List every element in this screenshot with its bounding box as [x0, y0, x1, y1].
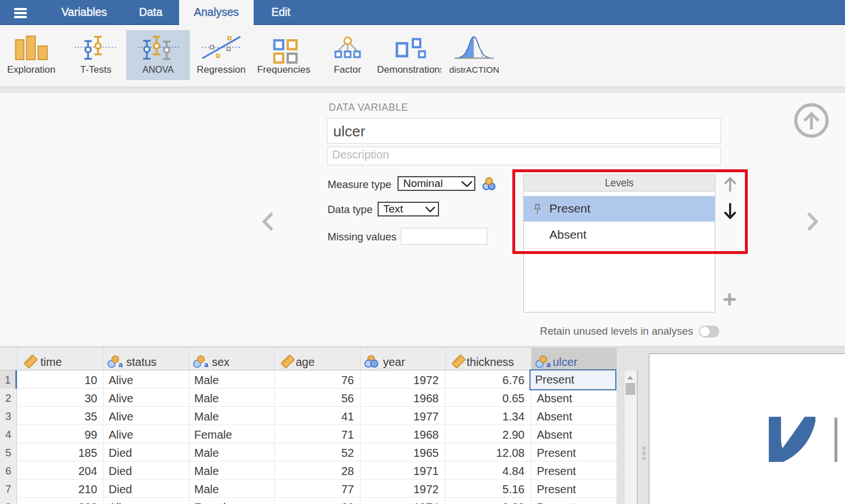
svg-text:a: a [119, 360, 123, 369]
